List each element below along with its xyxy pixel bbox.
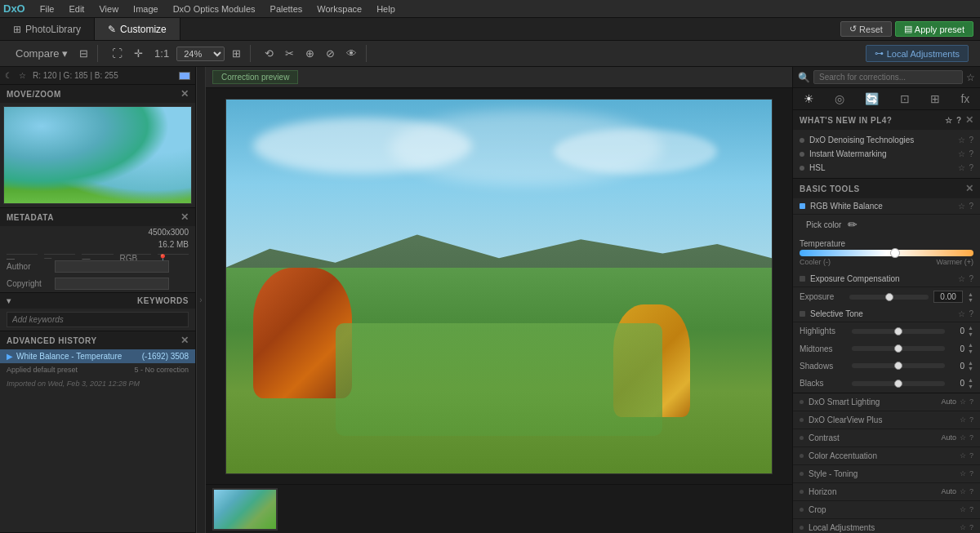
tool-crop[interactable]: Crop ☆? [793,501,980,519]
side-by-side-button[interactable]: ⊟ [75,45,92,62]
eyedropper-icon[interactable]: ✏ [848,218,858,231]
retouch-tool[interactable]: ✂ [281,45,298,62]
item-help-0[interactable]: ? [969,135,973,144]
history-item-0[interactable]: ▶White Balance - Temperature (-1692) 350… [0,349,195,363]
shadows-stepper[interactable]: ▲▼ [968,360,973,372]
keywords-input[interactable] [7,312,189,327]
detail-icon-btn[interactable]: 🔄 [860,91,884,107]
blacks-stepper[interactable]: ▲▼ [968,377,973,389]
exposure-slider[interactable] [849,295,929,300]
favorite-icon[interactable]: ☆ [966,72,975,83]
exp-help[interactable]: ? [969,274,973,283]
filter-tool[interactable]: ⊘ [322,45,339,62]
tab-photo-library[interactable]: ⊞ PhotoLibrary [0,18,95,40]
exposure-value[interactable] [933,291,963,303]
highlights-stepper[interactable]: ▲▼ [968,325,973,337]
light-icon-btn[interactable]: ☀ [799,91,819,107]
local-adj-star[interactable]: ☆ [960,523,966,531]
rgb-wb-star[interactable]: ☆ [958,202,965,211]
blacks-slider[interactable] [852,381,945,386]
filmstrip [206,484,792,533]
ratio-button[interactable]: 1:1 [150,45,173,62]
whats-new-star[interactable]: ☆ [945,116,953,125]
copyright-input[interactable] [55,278,169,290]
whats-new-header[interactable]: WHAT'S NEW IN PL4? ☆ ? ✕ [793,110,980,130]
sel-help[interactable]: ? [969,309,973,318]
search-input[interactable] [813,70,963,84]
center-area: Correction preview [206,67,792,533]
menu-help[interactable]: Help [370,2,402,16]
tool-local-adjustments[interactable]: Local Adjustments ☆? [793,519,980,534]
highlights-slider[interactable] [852,329,945,334]
temperature-track[interactable] [800,250,973,256]
local-adjustments-button[interactable]: ⊶ Local Adjustments [866,45,969,62]
crop-star[interactable]: ☆ [960,505,966,513]
move-tool[interactable]: ✛ [130,45,147,62]
midtones-stepper[interactable]: ▲▼ [968,342,973,354]
smart-lighting-star[interactable]: ☆ [960,398,966,406]
reset-button[interactable]: ↺ Reset [840,21,892,37]
metadata-close[interactable]: ✕ [180,211,189,223]
menu-image[interactable]: Image [127,2,165,16]
author-input[interactable] [55,260,169,273]
whats-new-help[interactable]: ? [956,116,962,125]
move-zoom-close[interactable]: ✕ [180,88,189,100]
exposure-stepper[interactable]: ▲▼ [968,291,973,303]
image-area[interactable] [206,88,792,484]
style-toning-star[interactable]: ☆ [960,469,966,477]
tab-customize[interactable]: ✎ Customize [95,18,180,40]
tool-horizon[interactable]: Horizon Auto☆? [793,483,980,501]
menu-edit[interactable]: Edit [62,2,91,16]
tool-color-accentuation[interactable]: Color Accentuation ☆? [793,447,980,465]
rgb-values: R: 120 | G: 185 | B: 255 [33,71,118,80]
color-icon-btn[interactable]: ◎ [830,91,849,107]
move-zoom-header[interactable]: MOVE/ZOOM ✕ [0,85,195,103]
item-help-2[interactable]: ? [969,163,973,172]
search-icon: 🔍 [798,72,810,83]
item-star-0[interactable]: ☆ [958,135,965,144]
history-item-1[interactable]: Applied default preset 5 - No correction [0,363,195,376]
sel-star[interactable]: ☆ [958,309,965,318]
menu-dxo-optics[interactable]: DxO Optics Modules [167,2,262,16]
exp-star[interactable]: ☆ [958,274,965,283]
item-help-1[interactable]: ? [969,149,973,158]
compare-button[interactable]: Compare ▾ [11,45,72,62]
geometry-icon-btn[interactable]: ⊡ [895,91,915,107]
whats-new-close[interactable]: ✕ [965,114,974,126]
clearview-star[interactable]: ☆ [960,415,966,424]
basic-tools-close[interactable]: ✕ [965,183,974,194]
history-close[interactable]: ✕ [180,335,189,346]
midtones-slider[interactable] [852,346,945,351]
tool-style-toning[interactable]: Style - Toning ☆? [793,465,980,483]
contrast-star[interactable]: ☆ [960,433,966,442]
color-accentuation-star[interactable]: ☆ [960,451,966,460]
metadata-header[interactable]: METADATA ✕ [0,208,195,226]
apply-preset-button[interactable]: ▤ Apply preset [895,21,973,37]
zoom-select[interactable]: 24% 50% 100% [176,47,225,61]
menu-view[interactable]: View [92,2,125,16]
watermark-icon-btn[interactable]: ⊞ [925,91,945,107]
tool-clearview[interactable]: DxO ClearView Plus ☆? [793,411,980,429]
zoom-controls[interactable]: ⊞ [228,45,245,62]
item-star-1[interactable]: ☆ [958,149,965,158]
keywords-header[interactable]: ▾ Keywords [0,293,195,309]
horizon-star[interactable]: ☆ [960,487,966,495]
menu-file[interactable]: File [33,2,61,16]
item-star-2[interactable]: ☆ [958,163,965,172]
rgb-wb-help[interactable]: ? [969,202,973,211]
mask-tool[interactable]: 👁 [342,45,361,62]
fx-icon-btn[interactable]: fx [956,91,974,107]
history-header[interactable]: ADVANCED HISTORY ✕ [0,331,195,349]
correction-preview-toggle[interactable]: Correction preview [212,70,298,84]
shadows-slider[interactable] [852,363,945,368]
filmstrip-thumb-0[interactable] [212,488,278,531]
straighten-tool[interactable]: ⟲ [261,45,278,62]
menu-workspace[interactable]: Workspace [310,2,368,16]
vignette-tool[interactable]: ⊕ [301,45,318,62]
tool-contrast[interactable]: Contrast Auto☆? [793,429,980,447]
menu-palettes[interactable]: Palettes [264,2,310,16]
basic-tools-header[interactable]: BASIC TOOLS ✕ [793,179,980,198]
collapse-handle[interactable]: › [196,67,206,533]
tool-smart-lighting[interactable]: DxO Smart Lighting Auto☆? [793,393,980,411]
crop-tool[interactable]: ⛶ [108,45,127,62]
